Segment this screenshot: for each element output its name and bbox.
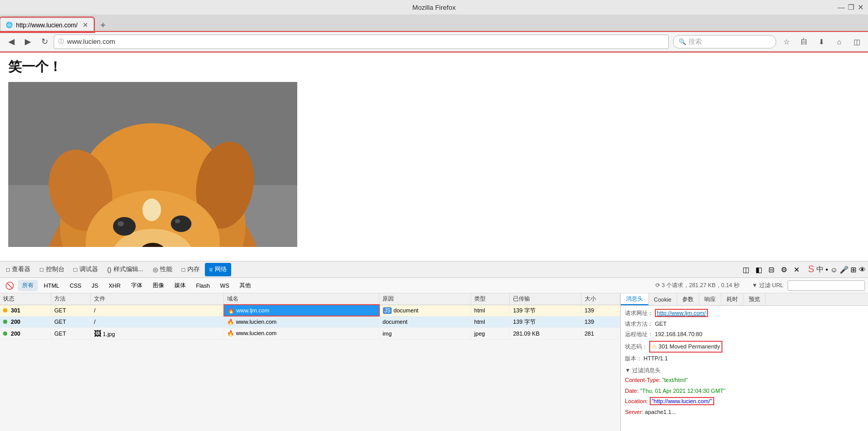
inspector-icon: □ xyxy=(6,266,10,273)
home-button[interactable]: ⌂ xyxy=(832,35,846,49)
network-table: 状态 方法 文件 域名 原因 类型 已传输 大小 xyxy=(0,293,620,340)
memory-icon: □ xyxy=(182,266,185,273)
clear-requests-button[interactable]: 🚫 xyxy=(3,281,16,290)
detail-tab-timing[interactable]: 耗时 xyxy=(721,293,744,305)
detail-version-row: 版本： HTTP/1.1 xyxy=(625,354,864,363)
status-code: 301 xyxy=(11,307,20,313)
svg-point-12 xyxy=(175,219,180,223)
devtools-toolbar-right: ◫ ◧ ⊟ ⚙ ✕ S 中 • ☺ 🎤 ⊞ 👁 xyxy=(741,264,866,275)
browser-tab[interactable]: 🌐 http://www.lucien.com/ ✕ xyxy=(0,18,94,32)
detail-remote-address-row: 远程地址： 192.168.184.70:80 xyxy=(625,330,864,339)
table-row[interactable]: 200 GET / 🔥 www.lucien.com document html… xyxy=(0,316,620,327)
col-domain: 域名 xyxy=(224,293,379,305)
detail-tabs: 消息头 Cookie 参数 响应 耗时 预览 xyxy=(621,293,868,306)
minimize-button[interactable]: — xyxy=(838,3,845,11)
reload-button[interactable]: ↻ xyxy=(37,35,52,49)
cause-js-badge: JS xyxy=(383,307,392,314)
cell-file: / xyxy=(90,305,223,316)
devtools-perf-btn[interactable]: ◎ 性能 xyxy=(149,263,176,276)
devtools-memory-btn[interactable]: □ 内存 xyxy=(178,263,204,276)
header-location-name: Location: xyxy=(625,398,648,404)
url-bar[interactable]: ⓘ www.lucien.com xyxy=(54,35,669,49)
devtools-network-btn[interactable]: ≡ 网络 xyxy=(205,263,231,276)
domain-favicon: 🔥 xyxy=(228,307,235,313)
header-server-row: Server: apache1.1... xyxy=(625,408,864,417)
settings-icon[interactable]: ⚙ xyxy=(779,264,790,275)
network-icon: ≡ xyxy=(209,266,213,273)
filter-url-input[interactable] xyxy=(787,280,865,291)
col-file: 文件 xyxy=(90,293,223,305)
filter-css-button[interactable]: CSS xyxy=(66,280,86,291)
sogou-grid-icon: ⊞ xyxy=(850,266,857,274)
header-location-value: "http://www.lucien.com/" xyxy=(650,397,714,405)
cell-transferred: 281.09 KB xyxy=(510,327,581,339)
search-bar[interactable]: 🔍 搜索 xyxy=(673,35,776,48)
filter-media-button[interactable]: 媒体 xyxy=(170,280,190,291)
devtools-debugger-btn[interactable]: □ 调试器 xyxy=(70,263,102,276)
url-text: www.lucien.com xyxy=(67,38,115,45)
filter-image-button[interactable]: 图像 xyxy=(149,280,168,291)
cell-cause: document xyxy=(379,316,471,327)
download-button[interactable]: ⬇ xyxy=(814,35,829,49)
detail-tab-preview[interactable]: 预览 xyxy=(744,293,766,305)
header-content-type-row: Content-Type: "text/html" xyxy=(625,376,864,385)
new-tab-button[interactable]: + xyxy=(96,19,109,32)
tab-close-button[interactable]: ✕ xyxy=(83,21,88,29)
cell-file: 🖼 1.jpg xyxy=(90,327,223,339)
close-devtools-icon[interactable]: ✕ xyxy=(792,264,802,275)
detail-tab-response[interactable]: 响应 xyxy=(699,293,721,305)
filter-url-label: ▼ 过滤 URL xyxy=(752,281,783,289)
detail-panel: 消息头 Cookie 参数 响应 耗时 预览 请求网址： http://www.… xyxy=(620,293,868,431)
filter-ws-button[interactable]: WS xyxy=(216,280,234,291)
table-row[interactable]: 301 GET / 🔥 www.ljm.com JS document html xyxy=(0,305,620,316)
header-date-value: "Thu, 01 Apr 2021 12:04:30 GMT" xyxy=(640,388,726,394)
dock-right-icon[interactable]: ◧ xyxy=(753,264,764,275)
cell-type: html xyxy=(471,316,509,327)
detail-tab-params[interactable]: 参数 xyxy=(677,293,699,305)
filter-flash-button[interactable]: Flash xyxy=(192,280,214,291)
restore-button[interactable]: ❐ xyxy=(848,3,855,11)
debugger-label: 调试器 xyxy=(79,265,98,274)
cell-domain: 🔥 www.ljm.com xyxy=(224,305,379,316)
cell-size: 139 xyxy=(581,305,620,316)
devtools-style-btn[interactable]: () 样式编辑... xyxy=(103,263,148,276)
filter-html-button[interactable]: HTML xyxy=(40,280,63,291)
devtools-console-btn[interactable]: □ 控制台 xyxy=(36,263,68,276)
detail-tab-cookie[interactable]: Cookie xyxy=(649,293,677,305)
detail-tab-headers[interactable]: 消息头 xyxy=(621,293,649,305)
svg-point-9 xyxy=(113,217,136,236)
col-transferred: 已传输 xyxy=(510,293,581,305)
back-button[interactable]: ◀ xyxy=(4,35,19,49)
version-value: HTTP/1.1 xyxy=(644,355,668,361)
filter-xhr-button[interactable]: XHR xyxy=(104,280,124,291)
col-cause: 原因 xyxy=(379,293,471,305)
search-icon: 🔍 xyxy=(679,38,686,45)
filter-headers-title: ▼ 过滤消息头 xyxy=(625,367,864,374)
nav-bar: ◀ ▶ ↻ ⓘ www.lucien.com 🔍 搜索 ☆ 自 ⬇ ⌂ ◫ xyxy=(0,32,868,52)
dock-left-icon[interactable]: ◫ xyxy=(741,264,751,275)
cell-status: 200 xyxy=(0,316,51,327)
cell-size: 139 xyxy=(581,316,620,327)
table-row[interactable]: 200 GET 🖼 1.jpg 🔥 www.lucien.com img jpe… xyxy=(0,327,620,339)
close-button[interactable]: ✕ xyxy=(858,3,864,11)
dock-bottom-icon[interactable]: ⊟ xyxy=(766,264,777,275)
forward-button[interactable]: ▶ xyxy=(21,35,35,49)
cell-type: jpeg xyxy=(471,327,509,339)
reader-button[interactable]: 自 xyxy=(797,35,811,49)
console-icon: □ xyxy=(40,266,43,273)
cell-cause: img xyxy=(379,327,471,339)
pocket-button[interactable]: ◫ xyxy=(849,35,864,49)
filter-font-button[interactable]: 字体 xyxy=(127,280,147,291)
status-dot-301 xyxy=(3,308,7,312)
bookmark-button[interactable]: ☆ xyxy=(779,35,794,49)
cell-status: 301 xyxy=(0,305,51,316)
filter-js-button[interactable]: JS xyxy=(88,280,103,291)
table-header-row: 状态 方法 文件 域名 原因 类型 已传输 大小 xyxy=(0,293,620,305)
window-title: Mozilla Firefox xyxy=(412,4,456,11)
filter-all-button[interactable]: 所有 xyxy=(18,280,38,291)
devtools-inspector-btn[interactable]: □ 查看器 xyxy=(2,263,35,276)
status-dot-200 xyxy=(3,320,7,324)
devtools-toolbar: □ 查看器 □ 控制台 □ 调试器 () 样式编辑... ◎ 性能 □ 内存 ≡… xyxy=(0,261,868,278)
filter-other-button[interactable]: 其他 xyxy=(235,280,255,291)
svg-point-11 xyxy=(171,216,191,232)
